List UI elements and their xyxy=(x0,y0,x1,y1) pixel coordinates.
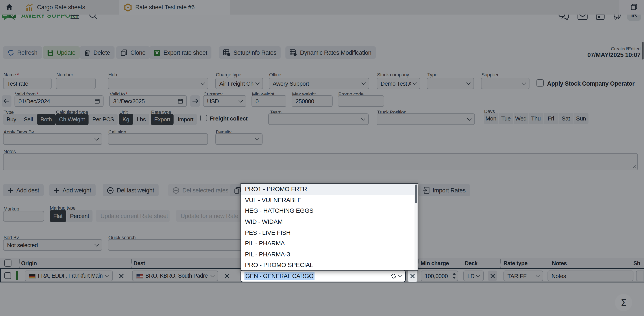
commodity-dropdown: PRO1 - PROMO FRTR VUL - VULNERABLE HEG -… xyxy=(240,183,418,270)
dropdown-option[interactable]: HEG - HATCHING EGGS xyxy=(241,205,418,216)
app-root: 15:38 (UTC +3) AWERY AWERY SUPPORT xyxy=(0,0,644,316)
dropdown-option[interactable]: PRO - PROMO SPECIAL xyxy=(241,259,418,270)
dropdown-option[interactable]: PRO1 - PROMO FRTR xyxy=(241,184,418,194)
sync-icon[interactable] xyxy=(391,273,396,279)
commodity-value: GEN - GENERAL CARGO xyxy=(244,272,314,280)
dropdown-option[interactable]: VUL - VULNERABLE xyxy=(241,194,418,205)
chevron-down-icon xyxy=(398,273,402,277)
commodity-input[interactable]: GEN - GENERAL CARGO xyxy=(240,270,406,282)
dropdown-option[interactable]: WID - WIDAM xyxy=(241,216,418,227)
commodity-clear-button[interactable] xyxy=(408,270,417,282)
dropdown-option[interactable]: PIL - PHARMA xyxy=(241,238,418,249)
dropdown-scrollbar-thumb[interactable] xyxy=(415,185,417,203)
dropdown-option[interactable]: PES - LIVE FISH xyxy=(241,227,418,238)
dropdown-option[interactable]: PIL - PHARMA-3 xyxy=(241,249,418,259)
